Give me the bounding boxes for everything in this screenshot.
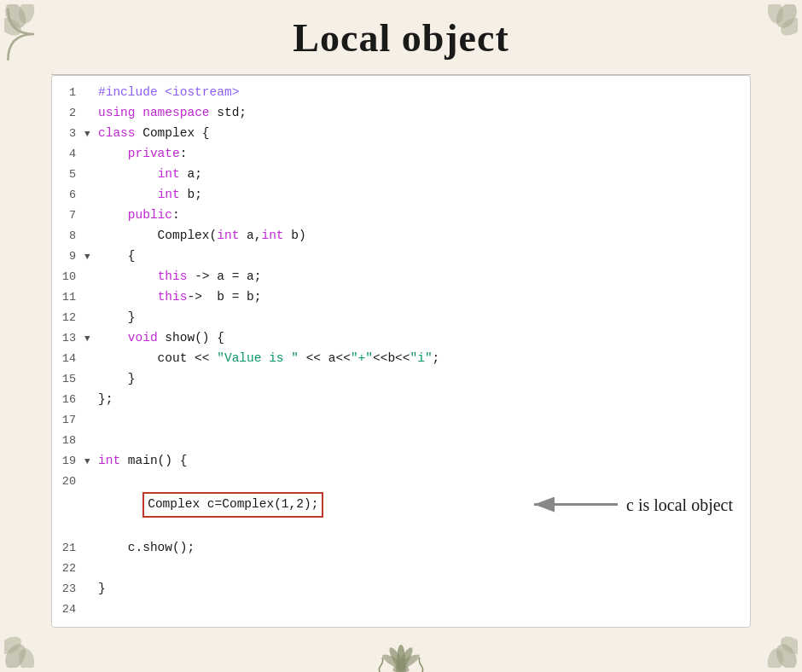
code-line-11: 11 this-> b = b; xyxy=(52,287,750,308)
code-line-6: 6 int b; xyxy=(52,185,750,206)
page-title: Local object xyxy=(0,15,802,61)
corner-decoration-tr xyxy=(738,4,798,64)
bottom-decoration xyxy=(0,636,802,672)
code-line-7: 7 public: xyxy=(52,206,750,226)
code-line-12: 12 } xyxy=(52,308,750,328)
code-line-8: 8 Complex(int a,int b) xyxy=(52,226,750,246)
code-line-14: 14 cout << "Value is " << a<<"+"<<b<<"i"… xyxy=(52,349,750,369)
code-line-21: 21 c.show(); xyxy=(52,538,750,559)
code-line-16: 16 }; xyxy=(52,390,750,410)
code-line-5: 5 int a; xyxy=(52,165,750,185)
code-line-23: 23 } xyxy=(52,579,750,600)
code-line-15: 15 } xyxy=(52,369,750,390)
code-block: 1 #include <iostream> 2 using namespace … xyxy=(51,75,751,628)
code-line-10: 10 this -> a = a; xyxy=(52,267,750,287)
annotation-label: c is local object xyxy=(626,490,733,518)
code-line-2: 2 using namespace std; xyxy=(52,103,750,124)
code-line-3: 3 ▼ class Complex { xyxy=(52,124,750,144)
code-line-22: 22 xyxy=(52,559,750,579)
annotation-arrow: c is local object xyxy=(526,490,733,518)
code-line-9: 9 ▼ { xyxy=(52,246,750,267)
code-line-19: 19 ▼ int main() { xyxy=(52,451,750,472)
corner-decoration-tl xyxy=(4,4,64,64)
code-line-20: 20 Complex c=Complex(1,2); c is local ob… xyxy=(52,472,750,538)
code-line-1: 1 #include <iostream> xyxy=(52,83,750,103)
flower-icon xyxy=(358,636,444,672)
arrow-svg xyxy=(526,493,619,517)
code-line-24: 24 xyxy=(52,600,750,620)
code-line-13: 13 ▼ void show() { xyxy=(52,328,750,349)
code-line-4: 4 private: xyxy=(52,144,750,165)
svg-point-19 xyxy=(397,662,405,670)
code-line-18: 18 xyxy=(52,431,750,451)
highlight-complex: Complex c=Complex(1,2); xyxy=(142,492,323,518)
code-line-17: 17 xyxy=(52,410,750,431)
